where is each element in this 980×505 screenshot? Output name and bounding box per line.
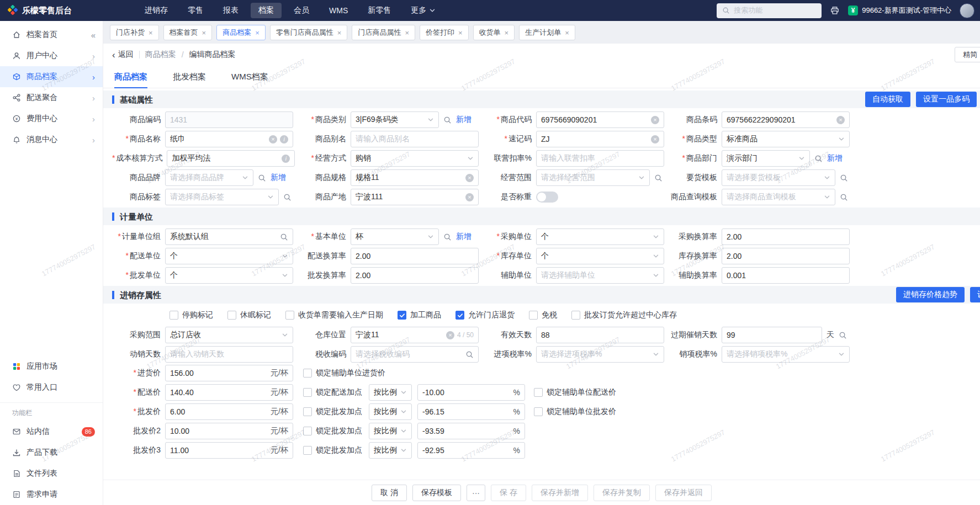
save-and-return-button[interactable]: 保存并返回 [655,485,712,501]
add-new-link[interactable]: 新增 [456,232,472,242]
nav-item-0[interactable]: 进销存 [137,3,176,18]
clear-icon[interactable]: × [269,135,277,143]
base-unit-select[interactable]: 杯 [351,228,439,245]
sidebar-item-inbox[interactable]: 站内信 86 [0,421,103,442]
nav-item-4[interactable]: 会员 [286,3,317,18]
close-icon[interactable]: × [202,29,206,37]
sidebar-item-user-center[interactable]: 用户中心 › [0,45,103,66]
nav-item-2[interactable]: 报表 [215,3,246,18]
purchase-unit-select[interactable]: 个 [536,228,664,245]
close-icon[interactable]: × [458,29,463,37]
delivery-price-mode-select[interactable]: 按比例 [369,384,412,401]
close-icon[interactable]: × [337,29,342,37]
sidebar-item-file-list[interactable]: 文件列表 [0,463,103,484]
stock-unit-select[interactable]: 个 [536,248,664,264]
wholesale-price-input[interactable]: 6.00元/杯 [165,403,293,420]
operate-mode-select[interactable]: 购销 [351,150,479,167]
search-icon[interactable] [840,193,848,201]
close-icon[interactable]: × [505,29,509,37]
sidebar-item-common-entry[interactable]: 常用入口 [0,377,103,398]
clear-icon[interactable]: × [651,116,659,124]
sku-code-input[interactable]: 1431 [165,111,293,128]
price-trend-button[interactable]: 进销存价格趋势 [896,287,965,302]
aux-unit-select[interactable]: 请选择辅助单位 [536,267,664,284]
add-new-link[interactable]: 新增 [456,115,472,125]
wholesale-price-mode-select[interactable]: 按比例 [369,403,412,420]
clear-icon[interactable]: × [465,193,474,201]
account-info[interactable]: ¥ 99662-新界面测试-管理中心 [848,6,951,15]
settings-button[interactable]: 设置 [970,287,980,302]
checkbox-lock-wholesale-markup[interactable]: 锁定批发加点 [303,426,362,436]
sidebar-item-product-download[interactable]: 产品下载 [0,442,103,463]
checkbox-lock-aux-wholesale-price[interactable]: 锁定辅助单位批发价 [534,407,616,417]
nav-item-3[interactable]: 档案 [251,3,282,18]
back-button[interactable]: ‹ 返回 [112,50,134,60]
sales-days-input[interactable]: 请输入动销天数 [165,346,293,363]
add-new-link[interactable]: 新增 [827,153,843,163]
avatar[interactable] [960,3,974,18]
category-select[interactable]: 3|F69条码类 [351,111,439,128]
business-scope-select[interactable]: 请选择经营范围 [536,169,650,186]
sidebar-item-app-market[interactable]: 应用市场 [0,356,103,377]
save-template-button[interactable]: 保存模板 [412,485,461,501]
clear-icon[interactable]: × [836,116,845,124]
tab-1[interactable]: 档案首页 × [163,25,213,40]
save-and-copy-button[interactable]: 保存并复制 [594,485,650,501]
search-icon[interactable] [654,174,663,182]
subtab-1[interactable]: 批发档案 [173,66,206,88]
wholesale-price3-markup-input[interactable]: -92.95% [417,442,525,459]
wholesale-rate-input[interactable]: 2.00 [351,267,479,284]
search-icon[interactable] [840,174,848,182]
tax-code-input[interactable]: 请选择税收编码 [351,346,479,363]
search-icon[interactable] [443,233,452,241]
sidebar-item-archive-home[interactable]: 档案首页 « [0,24,103,45]
compact-mode-button[interactable]: 精简 [955,47,980,62]
warehouse-location-input[interactable]: 宁波11×4 / 50 [351,327,479,343]
unit-group-input[interactable]: 系统默认组 [165,228,293,245]
valid-days-input[interactable]: 88 [536,327,664,343]
checkbox-lock-aux-purchase-price[interactable]: 锁定辅助单位进货价 [303,368,385,378]
tab-7[interactable]: 生产计划单 × [519,25,575,40]
wholesale-price3-mode-select[interactable]: 按比例 [369,442,412,459]
clear-icon[interactable]: × [651,135,659,143]
product-name-input[interactable]: 纸巾×i [165,131,293,147]
purchase-scope-select[interactable]: 总订店收 [165,327,293,343]
tags-select[interactable]: 请选择商品标签 [165,189,279,205]
checkbox-dormant[interactable]: 休眠标记 [227,310,271,320]
search-icon[interactable] [258,174,266,182]
search-icon[interactable] [814,155,823,163]
save-and-new-button[interactable]: 保存并新增 [532,485,588,501]
tab-4[interactable]: 门店商品属性 × [352,25,415,40]
wholesale-price2-markup-input[interactable]: -93.59% [417,423,525,439]
barcode-input[interactable]: 6975662229090201× [722,111,850,128]
product-type-select[interactable]: 标准商品 [722,131,850,147]
checkbox-receipt-production-date[interactable]: 收货单需要输入生产日期 [285,310,383,320]
brand-select[interactable]: 请选择商品品牌 [165,169,253,186]
checkbox-lock-wholesale-markup[interactable]: 锁定批发加点 [303,445,362,455]
printer-icon[interactable] [830,6,840,15]
clear-icon[interactable]: × [446,331,454,339]
checkbox-lock-wholesale-markup[interactable]: 锁定批发加点 [303,407,362,417]
tab-2[interactable]: 商品档案 × [216,25,266,40]
nav-item-1[interactable]: 零售 [180,3,211,18]
aux-rate-input[interactable]: 0.001 [722,267,850,284]
stock-rate-input[interactable]: 2.00 [722,248,850,264]
department-select[interactable]: 演示部门 [722,150,810,167]
subtab-0[interactable]: 商品档案 [114,66,147,88]
nav-item-7[interactable]: 更多 [403,3,443,18]
search-icon[interactable] [280,233,288,241]
clear-icon[interactable]: × [465,174,474,182]
nav-item-6[interactable]: 新零售 [360,3,399,18]
search-icon[interactable] [839,331,847,339]
mnemonic-input[interactable]: ZJ× [536,131,664,147]
tab-3[interactable]: 零售门店商品属性 × [270,25,348,40]
purchase-price-input[interactable]: 156.00元/杯 [165,365,293,381]
more-actions-button[interactable]: ··· [467,485,485,501]
close-icon[interactable]: × [149,29,153,37]
close-icon[interactable]: × [565,29,569,37]
weigh-flag-toggle[interactable] [536,192,558,203]
search-icon[interactable] [443,116,452,124]
origin-input[interactable]: 宁波111× [351,189,479,205]
sidebar-item-product-archive[interactable]: 商品档案 › [0,66,103,87]
sidebar-item-expense-center[interactable]: ¥ 费用中心 › [0,108,103,129]
